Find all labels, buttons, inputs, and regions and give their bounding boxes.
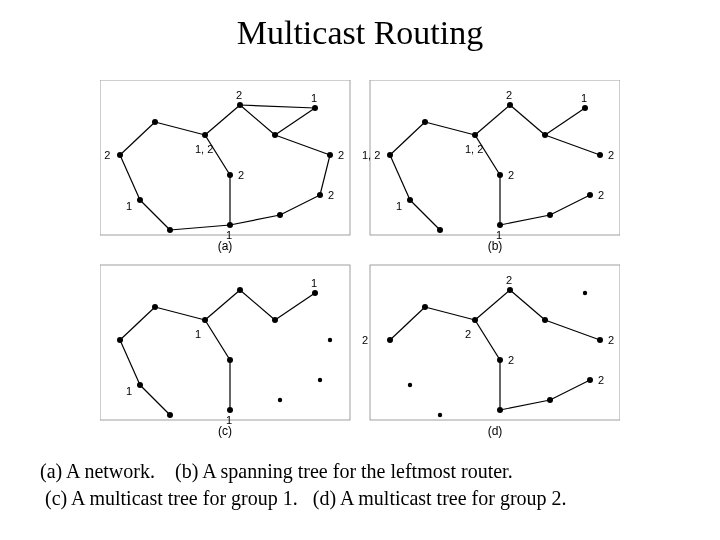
node-dot <box>587 377 593 383</box>
node-label: 2 <box>338 149 344 161</box>
node-dot <box>237 287 243 293</box>
edge <box>120 155 140 200</box>
panel-label: (b) <box>488 239 503 253</box>
node-dot <box>497 222 503 228</box>
node-dot <box>152 119 158 125</box>
edge <box>275 293 315 320</box>
edge <box>205 135 230 175</box>
edge <box>120 307 155 340</box>
edge <box>205 290 240 320</box>
edge <box>500 215 550 225</box>
node-dot <box>237 102 243 108</box>
node-dot <box>387 152 393 158</box>
node-dot <box>167 227 173 233</box>
node-dot <box>227 357 233 363</box>
edge <box>500 400 550 410</box>
node-label: 2 <box>238 169 244 181</box>
node-dot <box>542 132 548 138</box>
node-label: 2 <box>506 89 512 101</box>
node-dot <box>327 152 333 158</box>
node-dot <box>312 290 318 296</box>
panel-label: (d) <box>488 424 503 438</box>
node-label: 1 <box>195 328 201 340</box>
node-dot <box>587 192 593 198</box>
node-dot <box>202 317 208 323</box>
node-label: 2 <box>465 328 471 340</box>
node-dot <box>472 317 478 323</box>
node-dot <box>312 105 318 111</box>
node-dot <box>328 338 332 342</box>
edge <box>140 385 170 415</box>
node-dot <box>583 291 587 295</box>
edge <box>120 340 140 385</box>
node-dot <box>507 287 513 293</box>
caption-b: (b) A spanning tree for the leftmost rou… <box>175 460 513 482</box>
node-dot <box>317 192 323 198</box>
node-dot <box>318 378 322 382</box>
node-dot <box>408 383 412 387</box>
node-dot <box>597 337 603 343</box>
node-label: 2 <box>362 334 368 346</box>
panel-d: 222222(d) <box>362 265 620 438</box>
node-dot <box>547 212 553 218</box>
caption: (a) A network. (b) A spanning tree for t… <box>40 458 567 512</box>
edge <box>240 105 275 135</box>
node-label: 1 <box>311 92 317 104</box>
node-dot <box>152 304 158 310</box>
node-dot <box>582 105 588 111</box>
edge <box>425 122 475 135</box>
node-dot <box>277 212 283 218</box>
node-dot <box>227 222 233 228</box>
node-label: 1, 2 <box>195 143 213 155</box>
node-dot <box>437 227 443 233</box>
edge <box>240 105 315 108</box>
node-label: 1 <box>126 385 132 397</box>
node-dot <box>272 132 278 138</box>
edge <box>120 122 155 155</box>
edge <box>475 135 500 175</box>
edge <box>240 290 275 320</box>
edge <box>545 320 600 340</box>
node-dot <box>497 407 503 413</box>
node-label: 1 <box>311 277 317 289</box>
caption-a: (a) A network. <box>40 460 155 482</box>
node-dot <box>497 357 503 363</box>
edge <box>390 155 410 200</box>
node-dot <box>278 398 282 402</box>
node-dot <box>422 304 428 310</box>
node-label: 1, 2 <box>362 149 380 161</box>
node-dot <box>167 412 173 418</box>
node-dot <box>227 172 233 178</box>
four-panel-diagram: 1, 21, 22121212(a)1, 21, 22121212(b)1111… <box>100 80 620 440</box>
node-dot <box>202 132 208 138</box>
edge <box>475 320 500 360</box>
edge <box>390 122 425 155</box>
node-dot <box>438 413 442 417</box>
node-label: 1 <box>396 200 402 212</box>
node-dot <box>117 152 123 158</box>
edge <box>475 290 510 320</box>
edge <box>230 215 280 225</box>
edge <box>550 380 590 400</box>
node-label: 1, 2 <box>100 149 110 161</box>
panel-b: 1, 21, 22121212(b) <box>362 80 620 253</box>
slide-title: Multicast Routing <box>0 14 720 52</box>
edge <box>205 320 230 360</box>
node-dot <box>597 152 603 158</box>
node-label: 2 <box>508 169 514 181</box>
edge <box>155 122 205 135</box>
node-label: 2 <box>608 149 614 161</box>
edge <box>275 135 330 155</box>
node-label: 2 <box>598 189 604 201</box>
edge <box>510 105 545 135</box>
edge <box>510 290 545 320</box>
panel-label: (c) <box>218 424 232 438</box>
node-label: 2 <box>608 334 614 346</box>
node-dot <box>497 172 503 178</box>
node-dot <box>227 407 233 413</box>
edge <box>410 200 440 230</box>
node-label: 2 <box>598 374 604 386</box>
node-label: 2 <box>508 354 514 366</box>
edge <box>155 307 205 320</box>
node-dot <box>137 382 143 388</box>
